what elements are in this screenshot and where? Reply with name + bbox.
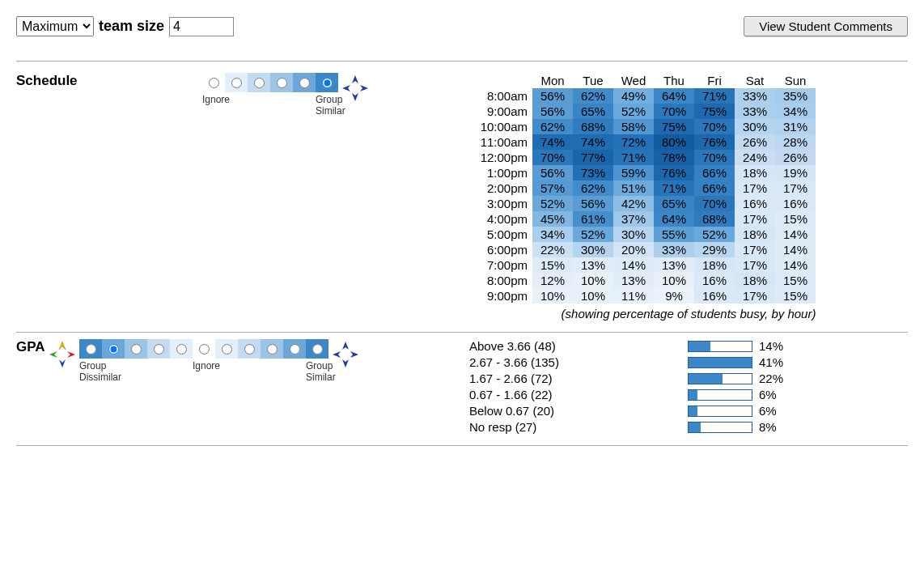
heatmap-cell: 17% bbox=[735, 242, 775, 257]
time-label: 11:00am bbox=[469, 134, 532, 150]
time-label: 2:00pm bbox=[469, 180, 532, 196]
svg-marker-12 bbox=[333, 351, 341, 358]
heatmap-cell: 70% bbox=[654, 104, 694, 119]
heatmap-cell: 15% bbox=[775, 288, 816, 304]
gpa-weight-radio-1[interactable] bbox=[102, 339, 125, 359]
schedule-weight-radio-1[interactable] bbox=[225, 73, 248, 92]
heatmap-cell: 18% bbox=[694, 257, 735, 273]
heatmap-cell: 56% bbox=[532, 104, 573, 119]
heatmap-cell: 9% bbox=[654, 288, 694, 304]
heatmap-cell: 58% bbox=[613, 119, 654, 134]
svg-marker-6 bbox=[59, 342, 66, 350]
gpa-weight-radio-4[interactable] bbox=[170, 339, 193, 359]
heatmap-cell: 16% bbox=[735, 196, 775, 211]
gpa-bar: 8% bbox=[688, 420, 908, 434]
heatmap-cell: 14% bbox=[775, 242, 816, 257]
gpa-weight-radio-7[interactable] bbox=[238, 339, 261, 359]
gpa-bucket-label: No resp (27) bbox=[469, 420, 663, 434]
gpa-weight-radio-9[interactable] bbox=[283, 339, 306, 359]
heatmap-cell: 55% bbox=[654, 227, 694, 242]
heatmap-cell: 75% bbox=[694, 104, 735, 119]
gpa-histogram: Above 3.66 (48)2.67 - 3.66 (135)1.67 - 2… bbox=[469, 339, 908, 434]
gpa-bar-pct: 14% bbox=[759, 339, 783, 353]
heatmap-cell: 34% bbox=[775, 104, 816, 119]
gpa-weight-radio-3[interactable] bbox=[147, 339, 170, 359]
heatmap-cell: 75% bbox=[654, 119, 694, 134]
heatmap-cell: 10% bbox=[573, 288, 613, 304]
heatmap-cell: 29% bbox=[694, 242, 735, 257]
heatmap-cell: 15% bbox=[775, 273, 816, 288]
svg-marker-13 bbox=[350, 351, 358, 358]
schedule-weight-radio-5[interactable] bbox=[316, 73, 338, 92]
schedule-weight-slider[interactable]: IgnoreGroupSimilar bbox=[202, 73, 338, 117]
heatmap-cell: 33% bbox=[735, 88, 775, 104]
gpa-weight-radio-2[interactable] bbox=[125, 339, 147, 359]
heatmap-cell: 49% bbox=[613, 88, 654, 104]
schedule-weight-radio-0[interactable] bbox=[202, 73, 225, 92]
heatmap-cell: 59% bbox=[613, 165, 654, 180]
heatmap-cell: 14% bbox=[613, 257, 654, 273]
team-size-mode-select[interactable]: MaximumMinimumExact bbox=[16, 16, 94, 36]
gpa-weight-radio-10[interactable] bbox=[306, 339, 328, 359]
heatmap-cell: 71% bbox=[694, 88, 735, 104]
gpa-weight-radio-6[interactable] bbox=[215, 339, 238, 359]
gpa-weight-slider[interactable]: GroupDissimilarIgnoreGroupSimilar bbox=[79, 339, 328, 383]
day-header: Sun bbox=[775, 73, 816, 88]
heatmap-cell: 18% bbox=[735, 273, 775, 288]
gpa-title: GPA bbox=[16, 339, 49, 355]
heatmap-cell: 52% bbox=[694, 227, 735, 242]
heatmap-cell: 18% bbox=[735, 227, 775, 242]
heatmap-cell: 68% bbox=[694, 211, 735, 227]
gpa-bar: 22% bbox=[688, 372, 908, 385]
gpa-weight-radio-8[interactable] bbox=[261, 339, 283, 359]
heatmap-cell: 70% bbox=[694, 196, 735, 211]
schedule-weight-radio-4[interactable] bbox=[293, 73, 316, 92]
heatmap-cell: 64% bbox=[654, 88, 694, 104]
gpa-weight-radio-5[interactable] bbox=[193, 339, 215, 359]
heatmap-cell: 77% bbox=[573, 150, 613, 165]
gpa-bucket-label: Below 0.67 (20) bbox=[469, 404, 663, 418]
gpa-bar: 6% bbox=[688, 404, 908, 418]
svg-marker-9 bbox=[67, 351, 75, 358]
svg-marker-1 bbox=[352, 93, 358, 101]
time-label: 7:00pm bbox=[469, 257, 532, 273]
heatmap-cell: 16% bbox=[694, 288, 735, 304]
heatmap-cell: 26% bbox=[775, 150, 816, 165]
time-label: 12:00pm bbox=[469, 150, 532, 165]
gpa-bucket-label: 2.67 - 3.66 (135) bbox=[469, 355, 663, 369]
heatmap-cell: 56% bbox=[532, 88, 573, 104]
gpa-bucket-label: 1.67 - 2.66 (72) bbox=[469, 372, 663, 385]
heatmap-cell: 70% bbox=[532, 150, 573, 165]
heatmap-cell: 65% bbox=[654, 196, 694, 211]
heatmap-cell: 71% bbox=[654, 180, 694, 196]
gpa-bar-pct: 8% bbox=[759, 420, 777, 434]
heatmap-cell: 33% bbox=[654, 242, 694, 257]
day-header: Sat bbox=[735, 73, 775, 88]
gpa-section: GPA GroupDissimilarIgnoreGroupSimilar bbox=[16, 333, 908, 446]
view-student-comments-button[interactable]: View Student Comments bbox=[744, 16, 908, 36]
heatmap-cell: 16% bbox=[775, 196, 816, 211]
day-header: Thu bbox=[654, 73, 694, 88]
gpa-weight-radio-0[interactable] bbox=[79, 339, 102, 359]
heatmap-cell: 72% bbox=[613, 134, 654, 150]
heatmap-cell: 62% bbox=[573, 88, 613, 104]
top-bar: MaximumMinimumExact team size View Stude… bbox=[16, 16, 908, 62]
heatmap-cell: 26% bbox=[735, 134, 775, 150]
schedule-weight-radio-2[interactable] bbox=[248, 73, 270, 92]
svg-marker-8 bbox=[49, 351, 57, 358]
heatmap-cell: 10% bbox=[573, 273, 613, 288]
heatmap-cell: 52% bbox=[613, 104, 654, 119]
heatmap-cell: 35% bbox=[775, 88, 816, 104]
team-size-input[interactable] bbox=[169, 17, 234, 36]
heatmap-cell: 66% bbox=[694, 165, 735, 180]
day-header: Wed bbox=[613, 73, 654, 88]
combine-arrows-icon bbox=[332, 341, 359, 368]
heatmap-cell: 71% bbox=[613, 150, 654, 165]
schedule-section: Schedule IgnoreGroupSimilar bbox=[16, 66, 908, 333]
heatmap-cell: 17% bbox=[775, 180, 816, 196]
schedule-weight-radio-3[interactable] bbox=[270, 73, 293, 92]
heatmap-cell: 15% bbox=[532, 257, 573, 273]
heatmap-cell: 80% bbox=[654, 134, 694, 150]
heatmap-cell: 74% bbox=[532, 134, 573, 150]
heatmap-cell: 62% bbox=[532, 119, 573, 134]
